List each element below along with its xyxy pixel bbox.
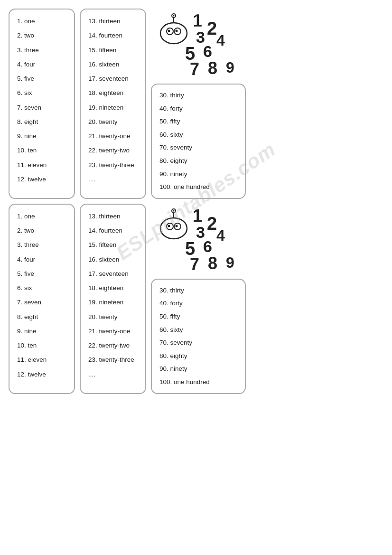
tens-box-bottom: 30. thirty40. forty50. fifty60. sixty70.…	[151, 279, 246, 394]
list-item: 8. eight	[17, 116, 66, 128]
list-item: 60. sixty	[159, 325, 237, 335]
list-item: 10. ten	[17, 144, 66, 157]
list-item: 11. eleven	[17, 159, 66, 171]
list-item: 6. six	[17, 87, 66, 99]
list-item: 11. eleven	[17, 354, 66, 366]
list-item: ....	[88, 173, 138, 186]
list-item: 40. forty	[159, 298, 237, 309]
svg-text:7: 7	[190, 59, 199, 79]
bottom-section: 1. one2. two3. three4. four5. five6. six…	[9, 204, 383, 394]
list-item: 6. six	[17, 282, 66, 294]
svg-text:4: 4	[216, 32, 225, 49]
list-item: ....	[88, 368, 138, 381]
list-item: 4. four	[17, 254, 66, 266]
svg-point-19	[168, 225, 170, 227]
list-item: 9. nine	[17, 325, 66, 338]
list-item: 19. nineteen	[88, 102, 138, 114]
list-item: 22. twenty-two	[88, 144, 138, 157]
list-item: 50. fifty	[159, 311, 237, 322]
list-item: 13. thirteen	[88, 15, 138, 28]
list-item: 9. nine	[17, 130, 66, 142]
list-item: 16. sixteen	[88, 58, 138, 71]
svg-point-24	[173, 210, 175, 211]
svg-text:9: 9	[226, 59, 234, 76]
list-item: 60. sixty	[159, 130, 237, 140]
svg-text:8: 8	[208, 58, 217, 78]
list-item: 5. five	[17, 73, 66, 85]
list-item: 70. seventy	[159, 338, 237, 348]
list-item: 14. fourteen	[88, 225, 138, 237]
right-panels-bottom: 1 2 3 4 5 6 7 8 9 30. thirty40. forty50.…	[151, 204, 246, 394]
list-item: 7. seven	[17, 296, 66, 309]
svg-text:2: 2	[207, 214, 217, 234]
list-item: 30. thirty	[159, 285, 237, 296]
list-item: 15. fifteen	[88, 44, 138, 56]
top-section: 1. one2. two3. three4. four5. five6. six…	[9, 9, 383, 199]
list-item: 5. five	[17, 268, 66, 280]
list-item: 13. thirteen	[88, 210, 138, 223]
svg-text:2: 2	[207, 19, 217, 38]
list-box-2-bottom: 13. thirteen14. fourteen15. fifteen16. s…	[80, 204, 146, 394]
list-item: 20. twenty	[88, 116, 138, 128]
list-item: 14. fourteen	[88, 29, 138, 42]
list-item: 10. ten	[17, 339, 66, 352]
list-item: 90. ninety	[159, 364, 237, 374]
list-item: 19. nineteen	[88, 296, 138, 309]
svg-text:9: 9	[226, 254, 234, 271]
svg-text:7: 7	[190, 254, 199, 274]
list-item: 23. twenty-three	[88, 159, 138, 171]
list-item: 1. one	[17, 210, 66, 223]
list-item: 30. thirty	[159, 90, 237, 101]
tens-box-top: 30. thirty40. forty50. fifty60. sixty70.…	[151, 84, 246, 199]
list-item: 80. eighty	[159, 351, 237, 361]
svg-point-17	[160, 218, 187, 239]
list-item: 2. two	[17, 225, 66, 237]
svg-text:1: 1	[193, 206, 202, 226]
list-item: 7. seven	[17, 102, 66, 114]
svg-point-2	[168, 30, 170, 32]
list-item: 16. sixteen	[88, 254, 138, 266]
svg-text:6: 6	[203, 237, 212, 255]
list-item: 3. three	[17, 44, 66, 56]
list-item: 17. seventeen	[88, 268, 138, 280]
list-item: 17. seventeen	[88, 73, 138, 85]
list-item: 20. twenty	[88, 311, 138, 323]
svg-text:6: 6	[203, 42, 212, 60]
list-item: 12. twelve	[17, 173, 66, 186]
list-item: 23. twenty-three	[88, 354, 138, 366]
svg-point-7	[173, 15, 175, 17]
numbers-illustration-bottom: 1 2 3 4 5 6 7 8 9	[151, 204, 246, 275]
list-item: 8. eight	[17, 311, 66, 323]
svg-text:4: 4	[216, 227, 225, 244]
list-item: 40. forty	[159, 103, 237, 114]
svg-point-0	[160, 23, 187, 44]
list-item: 100. one hundred	[159, 182, 237, 192]
svg-text:8: 8	[208, 254, 217, 273]
list-item: 4. four	[17, 58, 66, 71]
right-panels-top: 1 2 3 4 5 6 7 8 9 30. thirty40. forty50.…	[151, 9, 246, 199]
numbers-illustration-top: 1 2 3 4 5 6 7 8 9	[151, 9, 246, 80]
list-box-1-top: 1. one2. two3. three4. four5. five6. six…	[9, 9, 75, 199]
list-item: 2. two	[17, 29, 66, 42]
list-item: 3. three	[17, 239, 66, 251]
list-box-1-bottom: 1. one2. two3. three4. four5. five6. six…	[9, 204, 75, 394]
list-item: 22. twenty-two	[88, 339, 138, 352]
list-item: 18. eighteen	[88, 282, 138, 294]
list-item: 1. one	[17, 15, 66, 28]
list-item: 90. ninety	[159, 169, 237, 179]
list-box-2-top: 13. thirteen14. fourteen15. fifteen16. s…	[80, 9, 146, 199]
svg-text:1: 1	[193, 11, 202, 30]
list-item: 100. one hundred	[159, 377, 237, 387]
svg-point-4	[176, 30, 178, 32]
list-item: 50. fifty	[159, 116, 237, 127]
list-item: 12. twelve	[17, 368, 66, 381]
list-item: 21. twenty-one	[88, 325, 138, 338]
list-item: 80. eighty	[159, 156, 237, 166]
list-item: 21. twenty-one	[88, 130, 138, 142]
svg-point-21	[176, 225, 178, 227]
list-item: 15. fifteen	[88, 239, 138, 251]
list-item: 70. seventy	[159, 142, 237, 153]
list-item: 18. eighteen	[88, 87, 138, 99]
